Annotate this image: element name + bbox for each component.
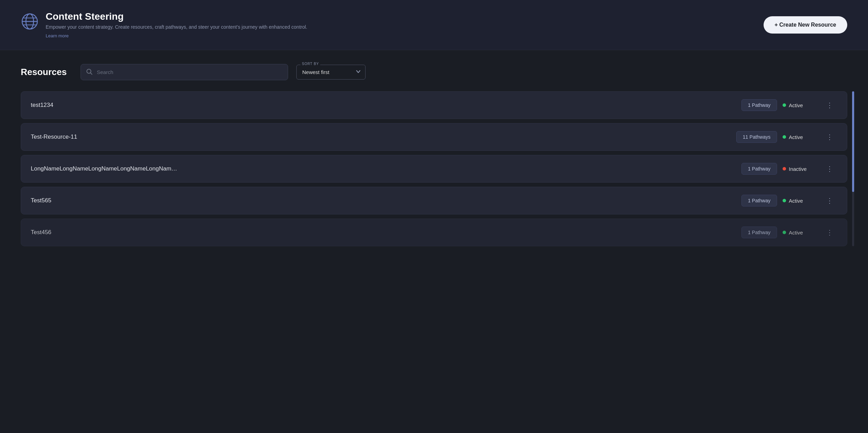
pathway-badge: 11 Pathways — [736, 131, 777, 143]
status-dot-active — [783, 231, 786, 234]
search-icon — [86, 68, 92, 76]
pathway-badge: 1 Pathway — [741, 227, 777, 238]
status-badge: Active — [783, 198, 817, 204]
page-title: Content Steering — [46, 11, 307, 22]
resource-list: test1234 1 Pathway Active ⋮ Test-Resourc… — [21, 91, 847, 246]
status-text: Active — [789, 230, 803, 236]
more-menu-button[interactable]: ⋮ — [823, 195, 837, 206]
header-text: Content Steering Empower your content st… — [46, 11, 307, 39]
resource-name: test1234 — [31, 102, 736, 109]
sort-wrapper: SORT BY Newest first Oldest first Name A… — [296, 65, 366, 80]
pathway-badge: 1 Pathway — [741, 99, 777, 111]
more-menu-button[interactable]: ⋮ — [823, 163, 837, 174]
page-description: Empower your content strategy. Create re… — [46, 24, 307, 30]
scrollbar-thumb[interactable] — [852, 91, 854, 192]
more-menu-button[interactable]: ⋮ — [823, 131, 837, 142]
status-badge: Active — [783, 102, 817, 108]
status-dot-active — [783, 103, 786, 107]
status-dot-active — [783, 135, 786, 139]
status-text: Active — [789, 198, 803, 204]
status-badge: Active — [783, 230, 817, 236]
resource-name: Test-Resource-11 — [31, 133, 731, 140]
toolbar: Resources SORT BY Newest first Oldest fi… — [21, 64, 847, 80]
globe-icon — [21, 12, 39, 30]
status-text: Active — [789, 134, 803, 140]
search-input[interactable] — [81, 64, 288, 80]
table-row: LongNameLongNameLongNameLongNameLongNam…… — [21, 155, 847, 183]
svg-point-5 — [87, 69, 91, 73]
resource-name: Test565 — [31, 197, 736, 204]
status-dot-active — [783, 199, 786, 202]
main-content: Resources SORT BY Newest first Oldest fi… — [0, 50, 868, 260]
pathway-badge: 1 Pathway — [741, 195, 777, 206]
table-row: test1234 1 Pathway Active ⋮ — [21, 91, 847, 119]
learn-more-link[interactable]: Learn more — [46, 33, 68, 38]
table-row: Test456 1 Pathway Active ⋮ — [21, 219, 847, 246]
status-badge: Inactive — [783, 166, 817, 172]
table-row: Test-Resource-11 11 Pathways Active ⋮ — [21, 123, 847, 151]
header-section: Content Steering Empower your content st… — [0, 0, 868, 50]
svg-line-6 — [91, 73, 92, 74]
search-container — [81, 64, 288, 80]
resource-name: Test456 — [31, 229, 736, 236]
resources-section-title: Resources — [21, 67, 67, 77]
create-resource-button[interactable]: + Create New Resource — [764, 16, 847, 34]
pathway-badge: 1 Pathway — [741, 163, 777, 175]
header-left: Content Steering Empower your content st… — [21, 11, 307, 39]
more-menu-button[interactable]: ⋮ — [823, 227, 837, 238]
status-badge: Active — [783, 134, 817, 140]
sort-label: SORT BY — [301, 62, 320, 66]
more-menu-button[interactable]: ⋮ — [823, 100, 837, 111]
sort-select[interactable]: Newest first Oldest first Name A-Z Name … — [296, 65, 366, 80]
scrollbar-track — [852, 91, 854, 246]
status-dot-inactive — [783, 167, 786, 171]
table-row: Test565 1 Pathway Active ⋮ — [21, 187, 847, 214]
resource-name: LongNameLongNameLongNameLongNameLongNam… — [31, 165, 736, 172]
status-text: Inactive — [789, 166, 807, 172]
status-text: Active — [789, 102, 803, 108]
